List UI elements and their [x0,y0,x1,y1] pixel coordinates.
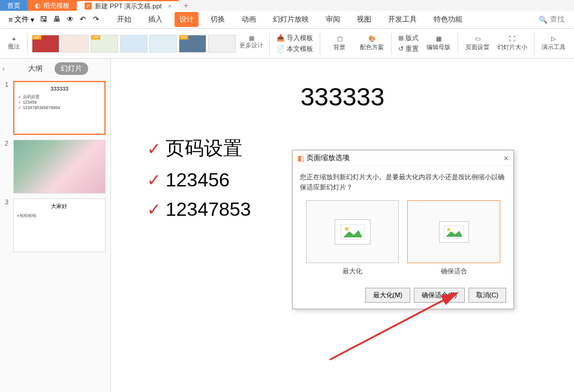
separator [27,33,28,55]
page-setup-label: 页面设置 [465,43,489,52]
outline-tab[interactable]: 大纲 [22,62,49,75]
template-gallery: VIP VIP VIP ▦ 更多设计 [32,35,265,53]
color-scheme-button[interactable]: 🎨 配色方案 [357,35,387,52]
slide-size-label: 幻灯片大小 [497,43,527,52]
import-template-label: 导入模板 [287,34,313,43]
thumb-title: 大家好 [17,203,101,210]
document-tab-bar: 首页 ◐ 稻壳模板 P 新建 PPT 演示文稿.ppt × + [0,0,574,11]
maximize-button[interactable]: 最大化(M) [365,288,411,303]
flower-image [14,140,105,193]
dialog-header: ◧ 页面缩放选项 × [293,150,513,166]
search-box[interactable]: 🔍 查找 [539,14,564,25]
option-maximize-preview [306,200,399,263]
background-icon: ▢ [337,35,342,42]
tab-home[interactable]: 首页 [0,0,28,11]
ribbon-tab-animation[interactable]: 动画 [237,12,261,27]
separator [269,33,270,55]
magic-label: 魔法 [8,43,20,51]
ribbon-tab-features[interactable]: 特色功能 [429,12,467,27]
presenter-tools-button[interactable]: ▷ 演示工具 [539,35,569,52]
undo-icon[interactable]: ↶ [80,15,89,25]
slide-thumbnail-1[interactable]: 333333 ✓页码设置 ✓123456 ✓1234785346678964 [13,81,106,135]
more-designs-button[interactable]: ▦ 更多设计 [238,35,265,53]
ppt-icon: ◧ [297,154,304,162]
fit-button[interactable]: 确保适合(E) [414,288,465,303]
template-thumb-2[interactable] [61,35,89,53]
local-template-button[interactable]: 📄 本文模板 [274,44,315,54]
file-menu-label: 文件 [14,14,29,25]
presenter-tools-label: 演示工具 [542,43,566,52]
slide-thumbnail-3[interactable]: 大家好 •哈哈哈哈 [13,198,106,252]
print-icon[interactable]: 🖶 [53,15,63,25]
option-maximize-label: 最大化 [342,267,362,276]
ribbon-tab-review[interactable]: 审阅 [321,12,345,27]
template-thumb-4[interactable] [120,35,148,53]
reset-button[interactable]: ↺ 重置 [396,44,421,54]
redo-icon[interactable]: ↷ [93,15,103,25]
option-maximize[interactable]: 最大化 [306,200,399,276]
background-button[interactable]: ▢ 背景 [324,35,354,52]
tab-template[interactable]: ◐ 稻壳模板 [28,0,77,11]
option-fit[interactable]: 确保适合 [407,200,500,276]
template-thumb-1[interactable]: VIP [32,35,59,53]
new-tab-button[interactable]: + [179,1,193,10]
save-icon[interactable]: 🖫 [40,15,50,25]
svg-point-6 [447,228,450,231]
separator [391,33,392,55]
layout-button[interactable]: ⊞ 版式 [396,33,421,43]
dialog-message: 您正在缩放到新幻灯片大小。是要最大化内容大小还是按比例缩小以确保适应新幻灯片？ [300,172,506,192]
tab-document[interactable]: P 新建 PPT 演示文稿.ppt × [77,0,179,11]
search-label: 查找 [550,14,564,25]
slides-tab[interactable]: 幻灯片 [55,62,88,75]
ppt-icon: P [84,2,92,10]
grid-icon: ▦ [249,35,254,41]
option-fit-label: 确保适合 [441,267,467,276]
slide-size-button[interactable]: ⛶ 幻灯片大小 [495,35,530,52]
slide-panel: ‹ 大纲 幻灯片 1 333333 ✓页码设置 ✓123456 ✓1234785… [0,59,111,392]
template-thumb-5[interactable] [149,35,177,53]
import-icon: 📥 [277,34,285,42]
ribbon-tab-view[interactable]: 视图 [352,12,376,27]
preview-icon[interactable]: 👁 [67,15,76,25]
background-label: 背景 [333,43,345,52]
dialog-options: 最大化 确保适合 [300,200,506,276]
template-thumb-7[interactable] [208,35,236,53]
separator [534,33,534,55]
edit-master-button[interactable]: ▦ 编辑母版 [423,35,453,52]
app-menu-button[interactable]: ≡ 文件 ▾ [5,13,38,26]
chevron-down-icon: ▾ [31,16,34,24]
dialog-title-wrap: ◧ 页面缩放选项 [297,153,350,163]
ribbon-tab-insert[interactable]: 插入 [143,12,167,27]
color-scheme-label: 配色方案 [360,43,384,52]
master-icon: ▦ [436,35,441,42]
check-icon: ✓ [147,139,161,159]
ribbon-tab-design[interactable]: 设计 [175,12,199,27]
tab-home-label: 首页 [7,1,20,10]
template-thumb-3[interactable]: VIP [91,35,118,53]
dialog-close-button[interactable]: × [504,153,509,163]
ribbon-tab-devtools[interactable]: 开发工具 [383,12,422,27]
layout-icon: ⊞ [398,34,404,42]
dialog-footer: 最大化(M) 确保适合(E) 取消(C) [293,282,513,309]
panel-tabs: ‹ 大纲 幻灯片 [0,59,110,79]
magic-button[interactable]: ✦ 魔法 [5,36,23,51]
local-template-label: 本文模板 [287,44,313,53]
search-icon: 🔍 [539,16,548,24]
slide-thumbnail-2[interactable] [13,140,106,194]
svg-point-3 [345,227,348,231]
slide-number: 1 [5,81,11,135]
close-tab-icon[interactable]: × [168,2,172,10]
collapse-icon[interactable]: ‹ [2,65,5,73]
slide-number: 3 [5,198,11,252]
separator [320,33,320,55]
ribbon-tab-start[interactable]: 开始 [112,12,136,27]
template-thumb-6[interactable]: VIP [179,35,206,53]
ribbon-tab-transition[interactable]: 切换 [206,12,230,27]
layout-label: 版式 [405,34,419,43]
page-setup-button[interactable]: ▭ 页面设置 [462,35,492,52]
import-template-button[interactable]: 📥 导入模板 [274,33,315,43]
ribbon-tab-slideshow[interactable]: 幻灯片放映 [268,12,314,27]
cancel-button[interactable]: 取消(C) [468,288,506,303]
dialog-title: 页面缩放选项 [306,153,350,163]
page-setup-icon: ▭ [475,35,480,42]
